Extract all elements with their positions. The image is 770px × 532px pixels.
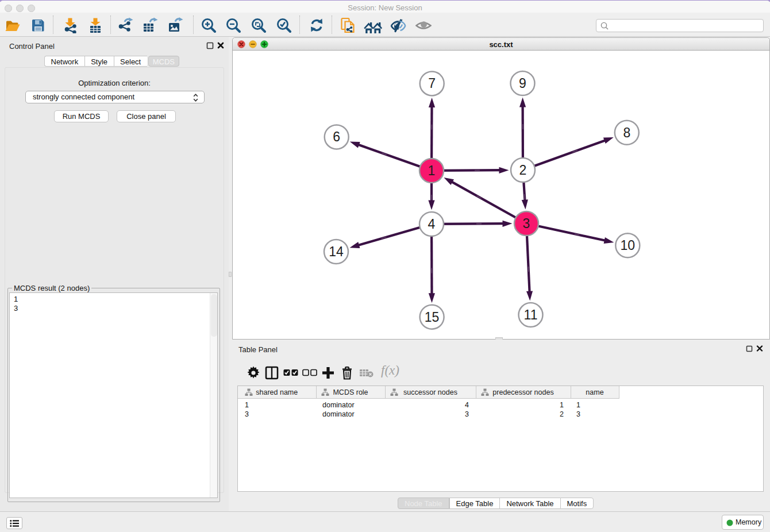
svg-text:15: 15 <box>425 310 440 325</box>
svg-text:9: 9 <box>519 76 526 91</box>
svg-text:10: 10 <box>621 238 636 253</box>
svg-text:7: 7 <box>428 76 436 91</box>
svg-text:11: 11 <box>524 307 538 322</box>
svg-text:14: 14 <box>329 244 344 259</box>
svg-text:1: 1 <box>428 163 436 178</box>
svg-text:8: 8 <box>623 125 630 140</box>
svg-text:4: 4 <box>428 217 436 232</box>
svg-text:6: 6 <box>333 129 340 144</box>
svg-text:3: 3 <box>523 216 530 231</box>
svg-text:2: 2 <box>519 163 527 178</box>
